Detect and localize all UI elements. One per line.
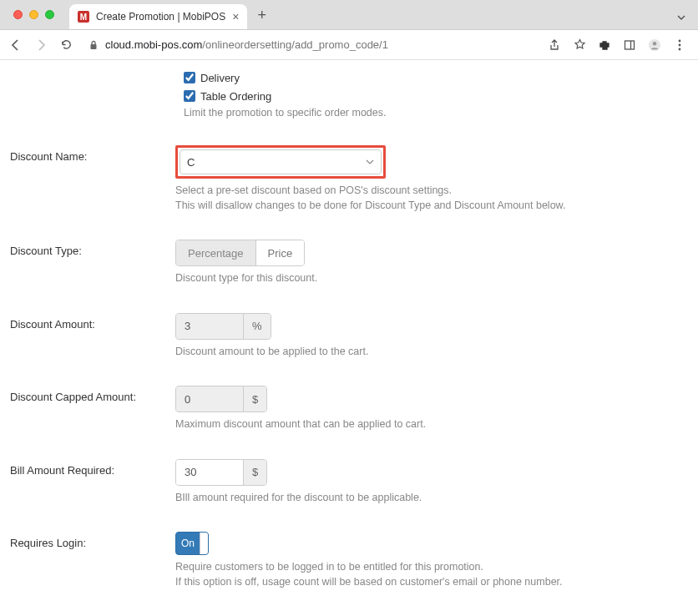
discount-name-select[interactable]: C bbox=[180, 149, 382, 174]
forward-button[interactable] bbox=[33, 38, 48, 52]
bill-required-suffix: $ bbox=[243, 460, 266, 485]
close-window-icon[interactable] bbox=[13, 10, 23, 19]
bill-required-group: $ bbox=[175, 459, 267, 486]
bill-required-label: Bill Amount Required: bbox=[0, 459, 175, 506]
discount-type-percentage[interactable]: Percentage bbox=[176, 240, 255, 265]
discount-name-help-1: Select a pre-set discount based on POS's… bbox=[175, 184, 681, 199]
extensions-icon[interactable] bbox=[598, 39, 611, 51]
svg-rect-1 bbox=[625, 41, 635, 49]
table-ordering-label: Table Ordering bbox=[200, 90, 271, 103]
delivery-checkbox[interactable] bbox=[184, 72, 195, 83]
discount-type-price[interactable]: Price bbox=[255, 240, 305, 265]
discount-amount-input bbox=[176, 314, 243, 339]
discount-type-label: Discount Type: bbox=[0, 240, 175, 286]
share-icon[interactable] bbox=[548, 39, 561, 51]
capped-help: Maximum discount amount that can be appl… bbox=[175, 417, 681, 432]
url-path: /onlineordersetting/add_promo_code/1 bbox=[202, 38, 388, 51]
browser-tab-strip: M Create Promotion | MobiPOS × + bbox=[0, 0, 698, 30]
svg-rect-0 bbox=[91, 44, 97, 49]
browser-tab[interactable]: M Create Promotion | MobiPOS × bbox=[69, 4, 247, 29]
requires-login-toggle[interactable]: On bbox=[175, 532, 209, 555]
bill-required-help: BIll amount required for the discount to… bbox=[175, 491, 681, 506]
new-tab-button[interactable]: + bbox=[247, 7, 276, 29]
tab-title: Create Promotion | MobiPOS bbox=[96, 11, 225, 23]
address-bar[interactable]: cloud.mobi-pos.com/onlineordersetting/ad… bbox=[83, 38, 538, 51]
favicon-icon: M bbox=[78, 11, 89, 23]
chevron-down-icon bbox=[366, 158, 374, 166]
capped-input bbox=[176, 386, 243, 412]
discount-name-label: Discount Name: bbox=[0, 145, 175, 213]
toggle-knob bbox=[200, 533, 208, 554]
svg-point-7 bbox=[679, 48, 681, 50]
capped-label: Discount Capped Amount: bbox=[0, 386, 175, 432]
reload-button[interactable] bbox=[58, 38, 73, 51]
discount-name-help-2: This will disallow changes to be done fo… bbox=[175, 199, 681, 214]
highlight-annotation: C bbox=[175, 145, 386, 179]
capped-group: $ bbox=[175, 386, 267, 412]
svg-point-6 bbox=[679, 43, 681, 46]
requires-login-label: Requires Login: bbox=[0, 532, 175, 589]
kebab-menu-icon[interactable] bbox=[673, 39, 686, 51]
tab-overflow-icon[interactable] bbox=[676, 13, 698, 29]
discount-amount-suffix: % bbox=[243, 314, 271, 339]
requires-login-help-2: If this option is off, usage count will … bbox=[175, 575, 681, 590]
close-tab-icon[interactable]: × bbox=[232, 11, 239, 23]
back-button[interactable] bbox=[8, 38, 23, 52]
discount-type-help: Discount type for this discount. bbox=[175, 271, 681, 286]
bill-required-input[interactable] bbox=[176, 460, 243, 485]
page-content: Delivery Table Ordering Limit the promot… bbox=[0, 60, 698, 616]
window-controls bbox=[8, 10, 69, 29]
toggle-on-text: On bbox=[176, 538, 195, 549]
discount-amount-label: Discount Amount: bbox=[0, 313, 175, 360]
side-panel-icon[interactable] bbox=[623, 39, 636, 51]
bookmark-star-icon[interactable] bbox=[573, 38, 586, 51]
delivery-label: Delivery bbox=[200, 72, 240, 84]
url-host: cloud.mobi-pos.com bbox=[105, 38, 202, 51]
discount-name-value: C bbox=[187, 156, 195, 169]
svg-point-4 bbox=[653, 42, 656, 45]
capped-suffix: $ bbox=[243, 386, 266, 412]
order-modes-help: Limit the promotion to specific order mo… bbox=[184, 105, 698, 119]
discount-type-toggle: Percentage Price bbox=[175, 240, 305, 266]
lock-icon bbox=[89, 40, 99, 50]
requires-login-help-1: Require customers to be logged in to be … bbox=[175, 560, 681, 575]
minimize-window-icon[interactable] bbox=[29, 10, 38, 19]
discount-amount-help: Discount amount to be applied to the car… bbox=[175, 345, 681, 360]
table-ordering-checkbox[interactable] bbox=[184, 90, 195, 102]
browser-toolbar: cloud.mobi-pos.com/onlineordersetting/ad… bbox=[0, 30, 698, 60]
svg-point-5 bbox=[679, 39, 681, 42]
discount-amount-group: % bbox=[175, 313, 271, 340]
maximize-window-icon[interactable] bbox=[45, 10, 54, 19]
profile-avatar-icon[interactable] bbox=[648, 38, 661, 53]
